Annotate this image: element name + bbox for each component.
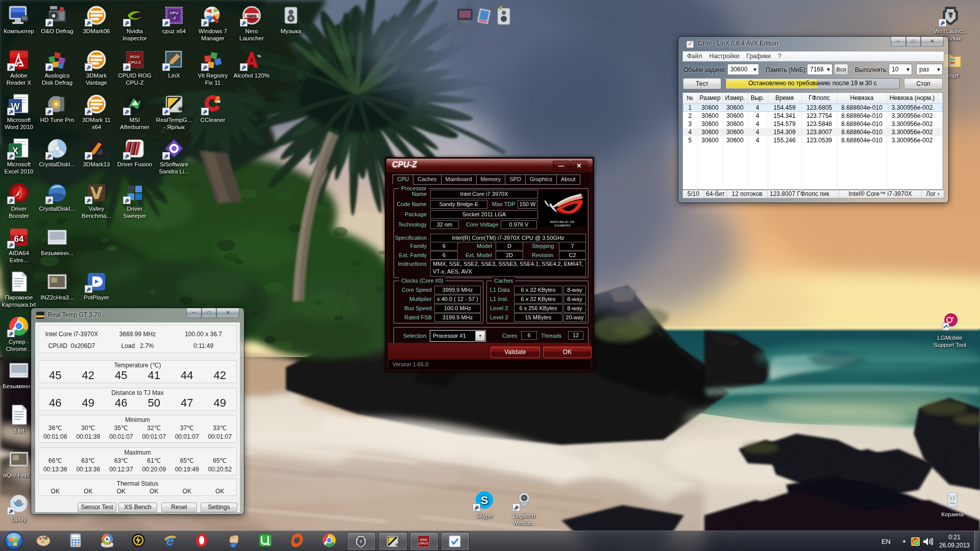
- svg-text:ROG: ROG: [130, 55, 139, 59]
- svg-text:CPU: CPU: [170, 11, 179, 15]
- svg-text:T: T: [359, 539, 362, 544]
- svg-text:e: e: [166, 533, 174, 548]
- svg-text:REPUBLIC OF: REPUBLIC OF: [550, 220, 575, 223]
- svg-text:46: 46: [395, 543, 399, 546]
- svg-text:S: S: [481, 494, 488, 507]
- svg-text:T: T: [948, 11, 952, 19]
- svg-text:64: 64: [14, 234, 24, 244]
- svg-text:-Z: -Z: [172, 16, 176, 20]
- svg-text:ROG: ROG: [420, 538, 427, 541]
- svg-text:nero: nero: [247, 13, 256, 18]
- svg-text:CPU-Z: CPU-Z: [419, 542, 429, 545]
- svg-text:GAMERS: GAMERS: [554, 223, 571, 227]
- svg-text:46: 46: [178, 106, 183, 111]
- svg-text:%: %: [257, 54, 261, 59]
